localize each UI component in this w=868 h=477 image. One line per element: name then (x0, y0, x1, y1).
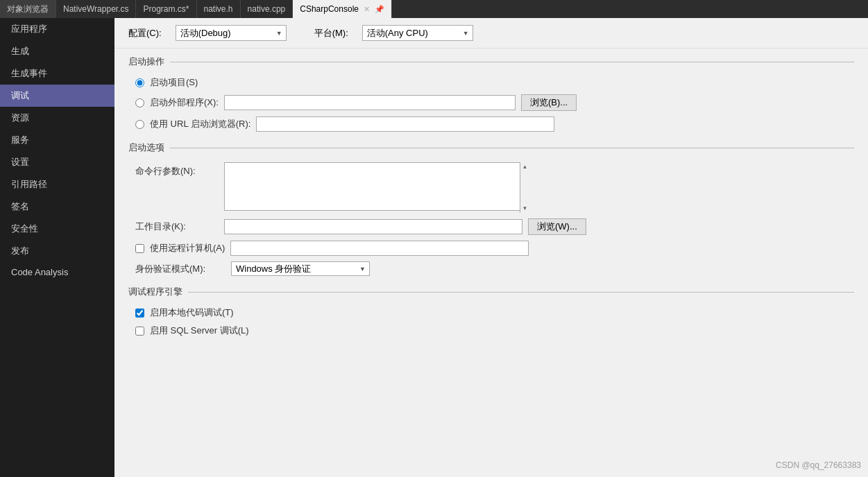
sidebar-item-label: Code Analysis (11, 267, 68, 277)
sidebar-item-publish[interactable]: 发布 (0, 240, 114, 262)
sidebar-item-security[interactable]: 安全性 (0, 218, 114, 240)
tab-label: NativeWrapper.cs (63, 4, 128, 14)
sidebar-item-build[interactable]: 生成 (0, 40, 114, 62)
start-project-radio[interactable] (135, 78, 144, 87)
platform-select[interactable]: 活动(Any CPU) (362, 25, 473, 41)
remote-label: 使用远程计算机(A) (150, 242, 225, 254)
start-external-row: 启动外部程序(X): 浏览(B)... (128, 92, 854, 114)
cmdargs-textarea[interactable] (224, 162, 529, 211)
startup-action-title: 启动操作 (128, 55, 164, 68)
sidebar-item-label: 资源 (11, 112, 29, 123)
tab-close-icon[interactable]: ✕ (362, 5, 371, 14)
native-debug-row: 启用本地代码调试(T) (128, 304, 854, 322)
tab-label: CSharpConsole (300, 4, 359, 14)
config-label: 配置(C): (128, 27, 162, 40)
tab-bar: 对象浏览器 NativeWrapper.cs Program.cs* nativ… (0, 0, 868, 18)
platform-label: 平台(M): (314, 27, 348, 40)
sidebar-item-label: 签名 (11, 201, 29, 211)
sidebar-item-label: 应用程序 (11, 24, 47, 34)
sidebar-item-ref-paths[interactable]: 引用路径 (0, 173, 114, 196)
start-url-row: 使用 URL 启动浏览器(R): (128, 114, 854, 135)
workdir-label: 工作目录(K): (135, 220, 219, 233)
tab-label: native.h (204, 4, 233, 14)
browse-b-button[interactable]: 浏览(B)... (521, 94, 577, 111)
tab-nativewrapper[interactable]: NativeWrapper.cs (56, 0, 136, 18)
sql-debug-row: 启用 SQL Server 调试(L) (128, 322, 854, 340)
debugger-engine-header: 调试程序引擎 (128, 286, 854, 298)
sidebar-item-label: 服务 (11, 135, 29, 145)
tab-nativecpp[interactable]: native.cpp (241, 0, 293, 18)
remote-row: 使用远程计算机(A) (128, 238, 854, 259)
auth-label: 身份验证模式(M): (135, 263, 225, 275)
pin-icon[interactable]: 📌 (375, 5, 384, 14)
sidebar-item-label: 发布 (11, 245, 29, 256)
native-debug-checkbox[interactable] (135, 309, 144, 318)
sql-debug-checkbox[interactable] (135, 327, 144, 336)
startup-action-section: 启动操作 启动项目(S) 启动外部程序(X): 浏览(B)... 使用 URL … (128, 55, 854, 135)
sidebar-item-build-events[interactable]: 生成事件 (0, 62, 114, 85)
start-url-input[interactable] (256, 116, 554, 132)
startup-action-header: 启动操作 (128, 55, 854, 68)
config-select[interactable]: 活动(Debug) (176, 25, 287, 41)
startup-options-header: 启动选项 (128, 141, 854, 154)
debugger-engine-title: 调试程序引擎 (128, 286, 182, 298)
auth-select-wrapper: Windows 身份验证 无 (231, 261, 370, 276)
start-external-input[interactable] (224, 95, 516, 110)
remote-checkbox[interactable] (135, 244, 144, 253)
sidebar-item-label: 设置 (11, 157, 29, 167)
sidebar-item-code-analysis[interactable]: Code Analysis (0, 262, 114, 282)
sidebar: 应用程序 生成 生成事件 调试 资源 服务 设置 引用路径 签名 安全性 发布 (0, 18, 114, 477)
remote-input[interactable] (230, 241, 529, 256)
platform-select-wrapper: 活动(Any CPU) (362, 25, 473, 41)
tab-duixiangliulanqi[interactable]: 对象浏览器 (0, 0, 56, 18)
tab-label: Program.cs* (143, 4, 189, 14)
content-area: 配置(C): 活动(Debug) 平台(M): 活动(Any CPU) 启动操作 (114, 18, 868, 477)
main-layout: 应用程序 生成 生成事件 调试 资源 服务 设置 引用路径 签名 安全性 发布 (0, 18, 868, 477)
cmdargs-label: 命令行参数(N): (135, 162, 219, 177)
start-url-radio[interactable] (135, 120, 144, 129)
cmdargs-scrollbar: ▲ ▼ (520, 162, 529, 213)
workdir-row: 工作目录(K): 浏览(W)... (128, 216, 854, 238)
sidebar-item-services[interactable]: 服务 (0, 129, 114, 151)
start-project-row: 启动项目(S) (128, 73, 854, 92)
sidebar-item-label: 调试 (11, 90, 29, 101)
sidebar-item-resources[interactable]: 资源 (0, 107, 114, 129)
start-external-label: 启动外部程序(X): (150, 96, 219, 109)
startup-options-section: 启动选项 命令行参数(N): ▲ ▼ 工作目录(K): 浏览(W)... (128, 141, 854, 279)
config-select-wrapper: 活动(Debug) (176, 25, 287, 41)
scroll-up-icon[interactable]: ▲ (521, 162, 529, 171)
auth-select[interactable]: Windows 身份验证 无 (231, 261, 370, 276)
sql-debug-label: 启用 SQL Server 调试(L) (150, 324, 249, 337)
sidebar-item-app[interactable]: 应用程序 (0, 18, 114, 40)
debugger-engine-section: 调试程序引擎 启用本地代码调试(T) 启用 SQL Server 调试(L) (128, 286, 854, 340)
tab-label: native.cpp (248, 4, 286, 14)
start-project-label: 启动项目(S) (150, 76, 198, 89)
start-url-label: 使用 URL 启动浏览器(R): (150, 118, 250, 130)
start-external-radio[interactable] (135, 98, 144, 107)
startup-options-title: 启动选项 (128, 141, 164, 154)
sidebar-item-label: 安全性 (11, 223, 38, 234)
tab-nativeh[interactable]: native.h (197, 0, 241, 18)
sidebar-item-label: 生成 (11, 46, 29, 56)
config-bar: 配置(C): 活动(Debug) 平台(M): 活动(Any CPU) (114, 18, 868, 49)
sidebar-item-debug[interactable]: 调试 (0, 85, 114, 107)
scroll-down-icon[interactable]: ▼ (521, 204, 529, 213)
sidebar-item-label: 生成事件 (11, 68, 47, 78)
sidebar-item-settings[interactable]: 设置 (0, 151, 114, 173)
tab-program[interactable]: Program.cs* (136, 0, 196, 18)
workdir-input[interactable] (224, 219, 522, 234)
native-debug-label: 启用本地代码调试(T) (150, 306, 234, 319)
tab-csharpconsole[interactable]: CSharpConsole ✕ 📌 (293, 0, 392, 18)
browse-w-button[interactable]: 浏览(W)... (528, 218, 586, 235)
sidebar-item-label: 引用路径 (11, 179, 47, 189)
sidebar-item-signing[interactable]: 签名 (0, 196, 114, 218)
tab-label: 对象浏览器 (7, 3, 49, 15)
auth-row: 身份验证模式(M): Windows 身份验证 无 (128, 259, 854, 279)
cmdargs-row: 命令行参数(N): ▲ ▼ (128, 159, 854, 216)
